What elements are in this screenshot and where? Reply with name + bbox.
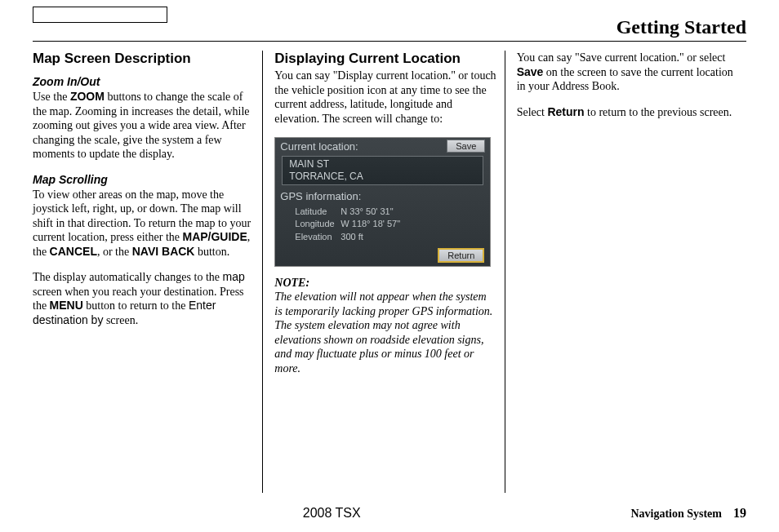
header-rule	[33, 41, 746, 42]
ss-current-location-label: Current location:	[280, 140, 447, 153]
map-screen-label: map	[222, 270, 244, 283]
return-paragraph: Select Return to return to the previous …	[517, 105, 738, 120]
ss-return-button[interactable]: Return	[438, 249, 483, 262]
footer: 2008 TSX Navigation System 19	[33, 506, 746, 521]
zoom-paragraph: Use the ZOOM buttons to change the scale…	[33, 90, 254, 162]
ss-gps-info: LatitudeN 33° 50' 31" LongitudeW 118° 18…	[275, 204, 490, 246]
nav-screenshot: Current location: Save MAIN ST TORRANCE,…	[274, 137, 491, 267]
ss-lat-val: N 33° 50' 31"	[341, 206, 393, 218]
note-heading: NOTE:	[274, 277, 496, 290]
map-scrolling-subheading: Map Scrolling	[33, 173, 254, 186]
content-columns: Map Screen Description Zoom In/Out Use t…	[33, 51, 746, 493]
zoom-label: ZOOM	[70, 90, 105, 103]
footer-page: 19	[733, 506, 746, 521]
zoom-subheading: Zoom In/Out	[33, 75, 254, 88]
ss-address-box: MAIN ST TORRANCE, CA	[282, 156, 483, 185]
save-location-paragraph: You can say "Save current location." or …	[517, 51, 738, 94]
column-2: Displaying Current Location You can say …	[262, 51, 504, 493]
footer-system: Navigation System	[630, 508, 722, 521]
ss-ele-key: Elevation	[283, 231, 341, 243]
top-empty-box	[33, 7, 167, 23]
column-3: You can say "Save current location." or …	[505, 51, 746, 493]
note-body: The elevation will not appear when the s…	[274, 290, 496, 375]
save-label: Save	[517, 65, 544, 78]
menu-label: MENU	[50, 299, 83, 312]
column-1: Map Screen Description Zoom In/Out Use t…	[33, 51, 262, 493]
ss-address-line2: TORRANCE, CA	[289, 171, 476, 183]
map-guide-label: MAP/GUIDE	[182, 230, 247, 243]
ss-lat-key: Latitude	[283, 206, 341, 218]
navi-back-label: NAVI BACK	[132, 245, 195, 258]
scrolling-paragraph-2: The display automatically changes to the…	[33, 270, 254, 327]
ss-address-line1: MAIN ST	[289, 158, 476, 171]
display-location-paragraph: You can say "Display current location." …	[274, 69, 496, 126]
map-screen-description-heading: Map Screen Description	[33, 51, 254, 67]
return-label: Return	[547, 105, 584, 118]
displaying-current-location-heading: Displaying Current Location	[274, 51, 496, 67]
scrolling-paragraph-1: To view other areas on the map, move the…	[33, 188, 254, 259]
ss-ele-val: 300 ft	[341, 231, 363, 243]
ss-lon-val: W 118° 18' 57"	[341, 218, 400, 230]
ss-gps-label: GPS information:	[280, 190, 485, 202]
footer-model: 2008 TSX	[33, 506, 630, 521]
ss-save-button[interactable]: Save	[447, 140, 485, 153]
page-header: Getting Started	[617, 16, 746, 38]
cancel-label: CANCEL	[50, 245, 97, 258]
ss-lon-key: Longitude	[283, 218, 341, 230]
